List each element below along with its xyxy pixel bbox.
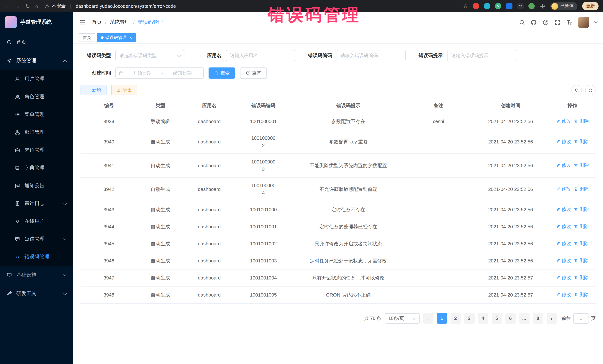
sidebar-item[interactable]: 研发工具 — [0, 284, 73, 303]
edit-link[interactable]: 修改 — [556, 240, 571, 247]
column-header[interactable]: 错误码编码 — [235, 102, 292, 109]
browser-update-button[interactable]: 更新 — [582, 2, 599, 10]
column-header[interactable]: 创建时间 — [472, 102, 549, 109]
delete-link[interactable]: 删除 — [574, 257, 589, 264]
github-icon[interactable] — [531, 19, 537, 25]
column-header[interactable]: 编号 — [81, 102, 137, 109]
edit-link[interactable]: 修改 — [556, 161, 571, 169]
back-icon[interactable]: ← — [4, 3, 10, 9]
delete-link[interactable]: 删除 — [574, 161, 589, 169]
sidebar-item[interactable]: 基础设施 — [0, 266, 73, 284]
page-button-6[interactable]: 6 — [505, 313, 516, 324]
column-header[interactable]: 应用名 — [184, 102, 235, 109]
caret-down-icon[interactable] — [594, 20, 598, 23]
column-header[interactable]: 错误码提示 — [292, 102, 405, 109]
close-icon[interactable]: × — [129, 35, 132, 40]
search-icon[interactable] — [519, 19, 525, 25]
extension-icon-green[interactable] — [528, 3, 535, 9]
profile-paused-badge[interactable]: 已暂停 — [550, 2, 577, 10]
help-icon[interactable] — [543, 19, 549, 25]
sidebar-item[interactable]: 字典管理 — [0, 159, 73, 177]
edit-link[interactable]: 修改 — [556, 274, 571, 281]
delete-link[interactable]: 删除 — [574, 240, 589, 247]
page-button-5[interactable]: 5 — [491, 313, 502, 324]
column-header[interactable]: 备注 — [405, 102, 472, 109]
search-button[interactable]: 搜索 — [209, 67, 235, 78]
edit-link[interactable]: 修改 — [556, 117, 571, 125]
date-range-picker[interactable]: - — [116, 67, 204, 78]
user-avatar[interactable] — [578, 17, 589, 28]
delete-link[interactable]: 删除 — [574, 117, 589, 125]
delete-link[interactable]: 删除 — [574, 274, 589, 281]
sidebar-item[interactable]: 错误码管理 — [0, 248, 73, 266]
start-date-input[interactable] — [124, 70, 160, 76]
goto-page-input[interactable] — [573, 313, 589, 324]
prev-page-button[interactable]: ‹ — [423, 313, 433, 324]
pager-ellipsis[interactable]: ... — [519, 313, 529, 324]
hamburger-icon[interactable] — [79, 19, 86, 26]
sidebar-item[interactable]: 菜单管理 — [0, 106, 73, 123]
delete-link[interactable]: 删除 — [574, 185, 589, 193]
home-icon[interactable]: ⌂ — [35, 3, 38, 9]
extension-icon-blue[interactable] — [506, 3, 512, 9]
extension-icon-teal[interactable] — [484, 3, 490, 9]
page-button-8[interactable]: 8 — [533, 313, 543, 324]
app-name-input[interactable] — [226, 50, 295, 61]
error-hint-input[interactable] — [447, 50, 516, 61]
url-text[interactable]: dashboard.yudao.iocoder.cn/system/error-… — [76, 3, 176, 9]
reset-button[interactable]: 重置 — [240, 67, 267, 78]
breadcrumb-item[interactable]: 系统管理 — [110, 19, 130, 26]
delete-link[interactable]: 删除 — [574, 138, 589, 145]
app-logo[interactable]: 芋道管理系统 — [0, 12, 73, 32]
reload-icon[interactable]: ↻ — [25, 3, 30, 9]
edit-link[interactable]: 修改 — [556, 206, 571, 213]
page-size-select[interactable]: 10条/页 — [385, 313, 419, 324]
sidebar-item[interactable]: 用户管理 — [0, 70, 73, 88]
refresh-table-button[interactable] — [585, 85, 596, 95]
extension-icon-green-v[interactable]: V — [495, 3, 501, 9]
security-indicator[interactable]: 不安全 — [44, 3, 66, 9]
extensions-puzzle-icon[interactable] — [540, 3, 545, 9]
end-date-input[interactable] — [164, 70, 200, 76]
add-button[interactable]: 新增 — [81, 85, 106, 95]
column-header[interactable]: 操作 — [549, 102, 596, 109]
page-button-3[interactable]: 3 — [464, 313, 475, 324]
error-type-select[interactable]: 请选择错误码类型 — [116, 50, 185, 61]
export-button[interactable]: 导出 — [111, 85, 137, 95]
sidebar-item[interactable]: 首页 — [0, 33, 73, 52]
bookmark-star-icon[interactable]: ☆ — [463, 3, 468, 9]
sidebar-item[interactable]: 系统管理 — [0, 52, 73, 70]
sidebar-item[interactable]: 在线用户 — [0, 212, 73, 230]
edit-link[interactable]: 修改 — [556, 257, 571, 264]
error-code-input[interactable] — [336, 50, 406, 61]
edit-link[interactable]: 修改 — [556, 223, 571, 230]
sidebar-item[interactable]: 岗位管理 — [0, 141, 73, 159]
font-size-icon[interactable] — [566, 19, 573, 25]
sidebar-item[interactable]: 通知公告 — [0, 177, 73, 195]
forward-icon[interactable]: → — [15, 3, 20, 9]
breadcrumb-item[interactable]: 首页 — [92, 19, 102, 26]
delete-link[interactable]: 删除 — [574, 223, 589, 230]
column-header[interactable]: 类型 — [137, 102, 184, 109]
tab-item[interactable]: 首页 — [79, 33, 95, 42]
edit-link[interactable]: 修改 — [556, 291, 571, 298]
extension-icon-red[interactable] — [473, 3, 479, 9]
sidebar-item[interactable]: 审计日志 — [0, 195, 73, 212]
delete-link[interactable]: 删除 — [574, 206, 589, 213]
cell-actions: 修改删除 — [549, 185, 596, 193]
page-button-1[interactable]: 1 — [437, 313, 447, 324]
page-button-4[interactable]: 4 — [478, 313, 488, 324]
sidebar-item[interactable]: 短信管理 — [0, 230, 73, 248]
sidebar-item[interactable]: 部门管理 — [0, 123, 73, 141]
fullscreen-icon[interactable] — [554, 19, 561, 25]
extension-icon-dark-on[interactable]: on — [517, 3, 524, 9]
next-page-button[interactable]: › — [546, 313, 557, 324]
toggle-search-button[interactable] — [571, 85, 582, 95]
page-button-2[interactable]: 2 — [450, 313, 461, 324]
edit-link[interactable]: 修改 — [556, 185, 571, 193]
tab-active[interactable]: 错误码管理× — [97, 33, 136, 42]
delete-link[interactable]: 删除 — [574, 291, 589, 298]
breadcrumb-item[interactable]: 错误码管理 — [138, 19, 163, 26]
edit-link[interactable]: 修改 — [556, 138, 571, 145]
sidebar-item[interactable]: 角色管理 — [0, 88, 73, 106]
